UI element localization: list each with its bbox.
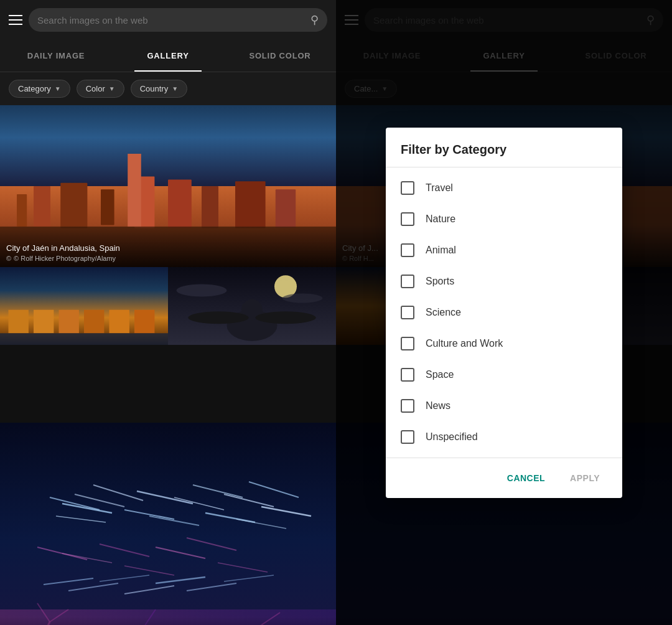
modal-overlay[interactable]: Filter by Category Travel Nature Animal <box>336 0 672 625</box>
search-bar[interactable]: ⚲ <box>29 8 327 32</box>
category-item-culture-and-work[interactable]: Culture and Work <box>386 328 622 359</box>
category-item-unspecified[interactable]: Unspecified <box>386 421 622 453</box>
svg-rect-3 <box>34 186 50 227</box>
hamburger-icon[interactable] <box>9 15 22 25</box>
category-item-sports[interactable]: Sports <box>386 266 622 297</box>
left-panel: ⚲ DAILY IMAGE GALLERY SOLID COLOR Catego… <box>0 0 336 625</box>
svg-rect-4 <box>60 183 87 228</box>
category-filter-modal: Filter by Category Travel Nature Animal <box>386 128 622 498</box>
svg-rect-7 <box>168 180 192 228</box>
category-label-unspecified: Unspecified <box>426 431 478 443</box>
modal-body: Travel Nature Animal Sports Science <box>386 167 622 458</box>
tab-gallery[interactable]: GALLERY <box>112 40 224 72</box>
category-item-nature[interactable]: Nature <box>386 204 622 235</box>
svg-rect-22 <box>110 310 129 334</box>
svg-point-30 <box>188 311 248 324</box>
checkbox-nature[interactable] <box>401 212 414 226</box>
category-label-nature: Nature <box>426 214 455 225</box>
checkbox-travel[interactable] <box>401 181 414 195</box>
modal-header: Filter by Category <box>386 128 622 167</box>
tab-daily-image[interactable]: DAILY IMAGE <box>0 40 112 72</box>
svg-rect-48 <box>0 423 336 625</box>
gallery-credit-spain: ©© Rolf Hicker Photography/Alamy <box>6 255 330 262</box>
category-label-animal: Animal <box>426 245 456 256</box>
category-label-science: Science <box>426 307 461 318</box>
checkbox-unspecified[interactable] <box>401 430 414 444</box>
apply-button[interactable]: APPLY <box>562 468 607 488</box>
search-icon: ⚲ <box>310 13 319 27</box>
category-item-space[interactable]: Space <box>386 359 622 390</box>
category-label-sports: Sports <box>426 276 454 287</box>
svg-rect-8 <box>202 186 218 228</box>
right-panel-wrapper: ⚲ DAILY IMAGE GALLERY SOLID COLOR Cate..… <box>336 0 672 625</box>
filter-bar: Category ▼ Color ▼ Country ▼ <box>0 72 336 105</box>
svg-rect-11 <box>128 154 141 227</box>
svg-rect-24 <box>134 310 154 334</box>
filter-color[interactable]: Color ▼ <box>77 80 124 98</box>
svg-rect-26 <box>0 333 168 345</box>
tab-bar: DAILY IMAGE GALLERY SOLID COLOR <box>0 40 336 72</box>
modal-footer: CANCEL APPLY <box>386 458 622 498</box>
filter-category[interactable]: Category ▼ <box>9 80 70 98</box>
svg-rect-18 <box>59 310 79 334</box>
category-item-science[interactable]: Science <box>386 297 622 328</box>
category-item-travel[interactable]: Travel <box>386 172 622 204</box>
chevron-down-icon: ▼ <box>172 85 178 92</box>
gallery-caption-spain: City of Jaén in Andalusia, Spain ©© Rolf… <box>0 225 336 267</box>
gallery-row-3: A school of razorfish swims for cover am… <box>0 423 336 625</box>
gallery-row-1: City of Jaén in Andalusia, Spain ©© Rolf… <box>0 105 336 267</box>
checkbox-space[interactable] <box>401 368 414 382</box>
svg-point-32 <box>177 284 227 297</box>
svg-point-31 <box>255 311 315 324</box>
gallery-item-fish[interactable]: A school of razorfish swims for cover am… <box>0 423 336 625</box>
category-item-animal[interactable]: Animal <box>386 235 622 266</box>
svg-rect-10 <box>276 189 296 228</box>
checkbox-sports[interactable] <box>401 275 414 288</box>
svg-rect-2 <box>17 194 27 227</box>
gallery-title-spain: City of Jaén in Andalusia, Spain <box>6 243 330 253</box>
checkbox-news[interactable] <box>401 399 414 413</box>
category-label-travel: Travel <box>426 182 453 194</box>
gallery-item-cabins[interactable] <box>0 267 168 345</box>
tab-solid-color[interactable]: SOLID COLOR <box>224 40 336 72</box>
svg-rect-20 <box>84 310 104 334</box>
category-label-news: News <box>426 400 450 411</box>
checkbox-animal[interactable] <box>401 243 414 257</box>
checkbox-science[interactable] <box>401 306 414 319</box>
category-label-culture-and-work: Culture and Work <box>426 338 503 349</box>
svg-rect-14 <box>9 310 29 334</box>
category-label-space: Space <box>426 369 454 380</box>
gallery-item-spain[interactable]: City of Jaén in Andalusia, Spain ©© Rolf… <box>0 105 336 267</box>
gallery-row-2 <box>0 267 336 423</box>
gallery-caption-fish: A school of razorfish swims for cover am… <box>0 617 336 625</box>
left-header: ⚲ <box>0 0 336 40</box>
chevron-down-icon: ▼ <box>109 85 115 92</box>
gallery-grid: City of Jaén in Andalusia, Spain ©© Rolf… <box>0 105 336 625</box>
gallery-item-darksky[interactable] <box>168 267 336 345</box>
cancel-button[interactable]: CANCEL <box>500 468 553 488</box>
svg-point-33 <box>282 294 323 303</box>
svg-rect-9 <box>235 181 266 228</box>
filter-country[interactable]: Country ▼ <box>131 80 187 98</box>
category-item-news[interactable]: News <box>386 390 622 421</box>
search-input[interactable] <box>37 15 306 26</box>
svg-rect-16 <box>34 310 54 334</box>
checkbox-culture-and-work[interactable] <box>401 337 414 350</box>
modal-title: Filter by Category <box>401 143 607 157</box>
svg-rect-5 <box>101 189 114 225</box>
svg-rect-0 <box>0 105 336 186</box>
chevron-down-icon: ▼ <box>55 85 61 92</box>
